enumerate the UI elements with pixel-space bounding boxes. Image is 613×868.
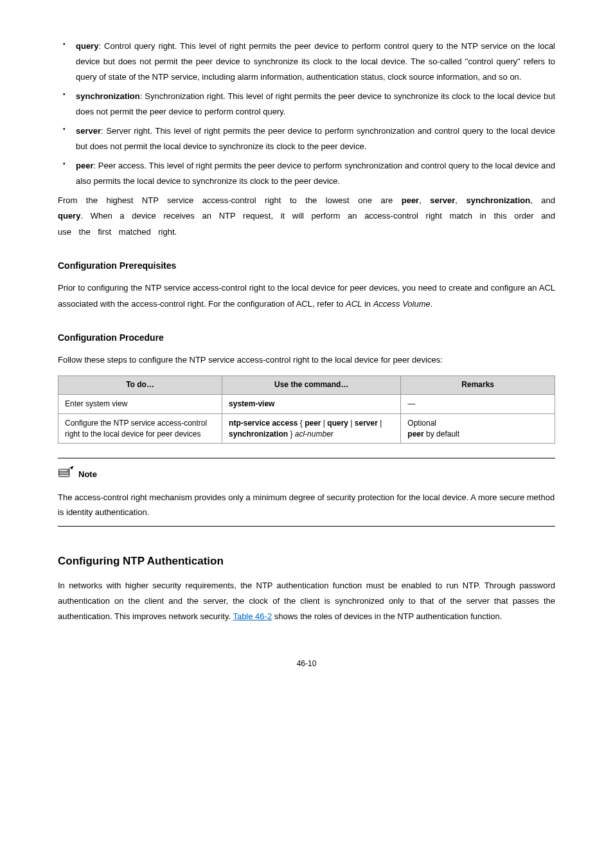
heading-prerequisites: Configuration Prerequisites [58, 258, 555, 275]
term: query [76, 41, 98, 51]
prerequisites-paragraph: Prior to configuring the NTP service acc… [58, 280, 555, 311]
command-table: To do… Use the command… Remarks Enter sy… [58, 375, 555, 444]
list-item: server: Server right. This level of righ… [58, 123, 555, 154]
col-remarks: Remarks [401, 376, 555, 395]
desc: : Peer access. This level of right permi… [76, 161, 555, 186]
note-body: The access-control right mechanism provi… [58, 490, 555, 520]
access-right-list: query: Control query right. This level o… [58, 39, 555, 189]
desc: : Control query right. This level of rig… [76, 41, 555, 82]
col-command: Use the command… [222, 376, 401, 395]
heading-auth: Configuring NTP Authentication [58, 551, 555, 571]
procedure-intro: Follow these steps to configure the NTP … [58, 352, 555, 368]
term: peer [76, 161, 93, 170]
cell-remarks: — [401, 395, 555, 414]
note-icon [58, 465, 75, 484]
cell-command: system-view [222, 395, 401, 414]
page-number: 46-10 [58, 656, 555, 671]
list-item: synchronization: Synchronization right. … [58, 89, 555, 120]
list-item: peer: Peer access. This level of right p… [58, 158, 555, 189]
desc: : Server right. This level of right perm… [76, 126, 555, 151]
table-row: Configure the NTP service access-control… [58, 413, 555, 444]
heading-procedure: Configuration Procedure [58, 330, 555, 347]
term: synchronization [76, 91, 140, 101]
cell-todo: Enter system view [58, 395, 222, 414]
note-label: Note [78, 467, 97, 482]
cell-command: ntp-service access { peer | query | serv… [222, 413, 401, 444]
auth-paragraph: In networks with higher security require… [58, 578, 555, 624]
table-row: Enter system view system-view — [58, 395, 555, 414]
table-46-2-link[interactable]: Table 46-2 [233, 611, 272, 621]
cell-todo: Configure the NTP service access-control… [58, 413, 222, 444]
note-heading: Note [58, 465, 555, 484]
col-todo: To do… [58, 376, 222, 395]
note-divider [58, 526, 555, 527]
cell-remarks: Optional peer by default [401, 413, 555, 444]
list-item: query: Control query right. This level o… [58, 39, 555, 85]
access-order-paragraph: From the highest NTP service access-cont… [58, 193, 555, 239]
term: server [76, 126, 101, 136]
note-block: Note The access-control right mechanism … [58, 458, 555, 527]
desc: : Synchronization right. This level of r… [76, 91, 555, 116]
